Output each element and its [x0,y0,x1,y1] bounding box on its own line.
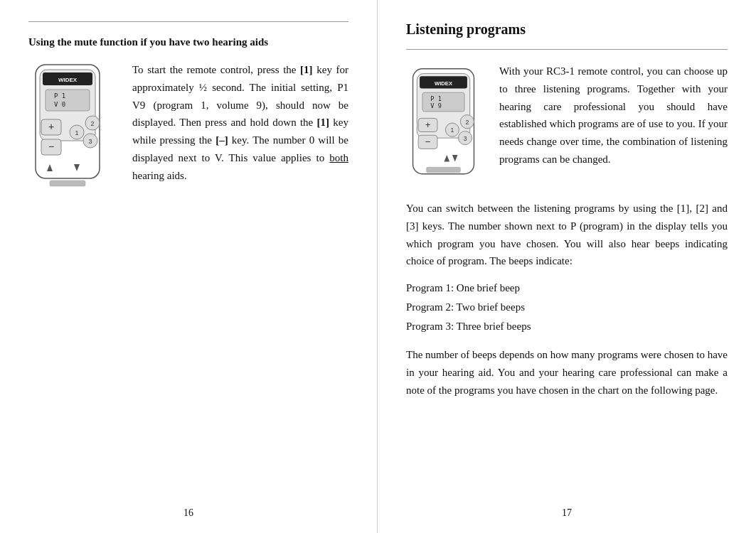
svg-text:WIDEX: WIDEX [435,80,453,87]
svg-text:V   0: V 0 [54,101,65,108]
rc3-device-right: WIDEX P 1 V 9 + − 1 2 3 [406,63,481,187]
svg-text:P   1: P 1 [54,92,65,99]
svg-text:WIDEX: WIDEX [58,77,78,83]
right-page-number: 17 [562,507,572,519]
left-page-number: 16 [183,507,193,519]
svg-text:−: − [48,141,54,152]
right-top-text: With your RC3-1 remote control, you can … [499,63,728,168]
svg-text:1: 1 [75,129,78,136]
svg-text:+: + [425,119,431,130]
left-content-block: WIDEX P 1 V 0 + − 1 2 3 [28,61,348,203]
rc3-device-left: WIDEX P 1 V 0 + − 1 2 3 [28,61,107,196]
svg-rect-19 [50,181,85,186]
right-body-text-2: The number of beeps depends on how many … [406,346,728,399]
svg-text:−: − [425,136,431,147]
svg-rect-24 [422,92,464,112]
left-heading: Using the mute function if you have two … [28,35,348,50]
right-section-heading: Listening programs [406,21,728,38]
both-underline: both [329,152,348,163]
left-paragraph: To start the remote control, press the [… [132,61,348,184]
page-right: Listening programs WIDEX P 1 V 9 + [378,0,756,533]
svg-text:2: 2 [466,119,469,126]
program-list: Program 1: One brief beep Program 2: Two… [406,279,728,336]
left-device-illustration: WIDEX P 1 V 0 + − 1 2 3 [28,61,121,203]
right-body-text-1: You can switch between the listening pro… [406,200,728,270]
program-1: Program 1: One brief beep [406,279,728,298]
svg-text:P   1: P 1 [430,95,442,102]
right-top-block: WIDEX P 1 V 9 + − 1 2 3 [406,63,728,190]
svg-text:3: 3 [464,135,467,142]
page-left: Using the mute function if you have two … [0,0,378,533]
program-2: Program 2: Two brief beeps [406,298,728,317]
svg-text:V   9: V 9 [430,102,442,109]
svg-rect-39 [427,167,461,173]
svg-rect-4 [46,90,90,111]
svg-text:3: 3 [88,138,92,145]
right-top-paragraph: With your RC3-1 remote control, you can … [499,65,728,165]
svg-text:1: 1 [451,126,454,134]
right-device-illustration: WIDEX P 1 V 9 + − 1 2 3 [406,63,488,190]
left-text-block: To start the remote control, press the [… [132,61,348,191]
program-3: Program 3: Three brief beeps [406,317,728,336]
svg-text:2: 2 [90,120,94,127]
svg-text:+: + [48,121,54,132]
